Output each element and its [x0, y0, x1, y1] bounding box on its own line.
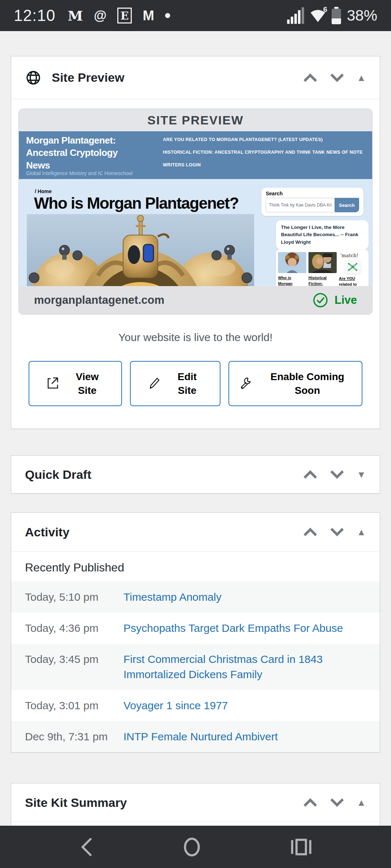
couple-photo-thumbnail	[308, 252, 337, 273]
activity-row: Today, 3:01 pm Voyager 1 since 1977	[11, 690, 380, 721]
activity-row: Today, 4:36 pm Psychopaths Target Dark E…	[11, 613, 380, 644]
quick-draft-card-header[interactable]: Quick Draft ▼	[11, 456, 380, 493]
site-kit-card-header[interactable]: Site Kit Summary ▲	[11, 783, 380, 822]
mini-site-title: Morgan Plantagenet: Ancestral Cryptology…	[26, 134, 118, 171]
live-status-badge: Live	[313, 293, 357, 308]
move-up-icon[interactable]	[303, 798, 318, 807]
pencil-icon	[147, 376, 161, 391]
clock: 12:10	[14, 7, 55, 25]
check-circle-icon	[313, 293, 328, 308]
site-preview-card: Site Preview ▲ SITE PREVIEW Morgan Plant…	[11, 56, 380, 429]
move-down-icon[interactable]	[330, 470, 344, 479]
mini-featured-post[interactable]: 'match! Are YOU related to Morgan	[339, 252, 366, 286]
move-down-icon[interactable]	[330, 527, 344, 537]
recently-published-heading: Recently Published	[11, 552, 380, 582]
site-domain: morganplantagenet.com	[34, 294, 164, 307]
site-preview-body: SITE PREVIEW Morgan Plantagenet: Ancestr…	[11, 99, 380, 429]
mini-search-input[interactable]	[266, 198, 335, 212]
live-status-label: Live	[335, 294, 357, 307]
card-title: Site Preview	[52, 71, 124, 85]
match-logo: 'match!	[339, 252, 366, 258]
mini-featured-post[interactable]: Historical Fiction: Ancestral	[308, 252, 337, 286]
mini-nav-link: ARE YOU RELATED TO MORGAN PLANTAGENET? (…	[163, 137, 323, 142]
mini-site-header: Morgan Plantagenet: Ancestral Cryptology…	[19, 131, 372, 179]
view-site-button[interactable]: View Site	[29, 361, 122, 406]
mini-featured-posts-card: Who is Morgan Plantagenet?	[276, 249, 369, 286]
battery-icon	[332, 7, 341, 24]
quick-draft-card: Quick Draft ▼	[11, 455, 380, 494]
mini-site-body: / Home Who is Morgan Plantagenet? Search…	[19, 179, 372, 286]
post-link[interactable]: INTP Female Nurtured Ambivert	[123, 729, 380, 744]
post-timestamp: Today, 3:45 pm	[25, 652, 123, 682]
collapse-toggle-icon[interactable]: ▲	[357, 527, 366, 537]
mini-site-nav: ARE YOU RELATED TO MORGAN PLANTAGENET? (…	[163, 137, 373, 167]
move-up-icon[interactable]	[303, 470, 318, 479]
post-timestamp: Today, 4:36 pm	[25, 621, 123, 636]
home-circle-icon	[182, 838, 201, 856]
back-chevron-icon	[80, 838, 93, 856]
notification-dot-icon	[165, 13, 170, 18]
post-link[interactable]: First Commercial Christmas Card in 1843 …	[123, 652, 380, 682]
dna-match-icon	[344, 260, 361, 274]
external-link-icon	[45, 376, 60, 391]
activity-row: Today, 5:10 pm Timestamp Anomaly	[11, 582, 380, 613]
card-title: Activity	[25, 525, 70, 539]
activity-card-header[interactable]: Activity ▲	[11, 513, 380, 552]
live-message: Your website is live to the world!	[18, 331, 373, 344]
mini-featured-post[interactable]: Who is Morgan Plantagenet?	[278, 252, 306, 286]
status-bar: 12:10 M @ E M 6 38%	[0, 0, 391, 31]
collapse-toggle-icon[interactable]: ▲	[357, 798, 366, 807]
recent-apps-button[interactable]	[291, 839, 311, 855]
mini-nav-link: WRITERS LOGIN	[163, 162, 201, 167]
android-navigation-bar	[0, 826, 391, 868]
home-button[interactable]	[182, 838, 201, 856]
mini-site-tagline: Global Intelligence Ministry and IC Home…	[26, 170, 133, 176]
post-link[interactable]: Psychopaths Target Dark Empaths For Abus…	[123, 621, 380, 636]
move-down-icon[interactable]	[330, 798, 344, 807]
breadcrumb: / Home	[35, 188, 52, 194]
mini-post-link[interactable]: Who is Morgan Plantagenet?	[278, 275, 306, 286]
hero-image-steampunk-machine	[27, 214, 254, 286]
enable-coming-soon-button[interactable]: Enable Coming Soon	[228, 361, 362, 406]
move-up-icon[interactable]	[303, 527, 318, 537]
post-timestamp: Today, 3:01 pm	[25, 698, 123, 713]
mini-post-link[interactable]: Historical Fiction: Ancestral	[308, 275, 337, 286]
mini-search-label: Search	[266, 191, 359, 196]
card-title: Site Kit Summary	[25, 796, 127, 810]
mini-post-link[interactable]: Are YOU related to Morgan	[339, 276, 366, 286]
cell-signal-icon	[287, 7, 304, 24]
mini-search-button[interactable]: Search	[335, 198, 359, 212]
card-title: Quick Draft	[25, 468, 91, 482]
move-down-icon[interactable]	[330, 73, 344, 82]
wifi-icon: 6	[310, 8, 326, 24]
site-preview-card-header[interactable]: Site Preview ▲	[11, 56, 380, 99]
expand-toggle-icon[interactable]: ▼	[357, 470, 366, 479]
post-timestamp: Dec 9th, 7:31 pm	[25, 729, 123, 744]
back-button[interactable]	[80, 838, 93, 856]
site-preview-panel-label: SITE PREVIEW	[19, 109, 372, 131]
battery-percent: 38%	[347, 7, 377, 24]
post-link[interactable]: Timestamp Anomaly	[123, 590, 380, 605]
edit-site-button[interactable]: Edit Site	[130, 361, 220, 406]
site-preview-frame[interactable]: SITE PREVIEW Morgan Plantagenet: Ancestr…	[18, 109, 373, 315]
phone-screen: 12:10 M @ E M 6 38%	[0, 0, 391, 868]
wrench-icon	[238, 376, 253, 391]
mini-search-widget: Search Search	[261, 188, 363, 216]
site-preview-footer: morganplantagenet.com Live	[19, 286, 372, 314]
gmail-notification-icon: M	[143, 8, 154, 24]
etsy-notification-icon: E	[117, 8, 132, 24]
mini-nav-link: HISTORICAL FICTION: ANCESTRAL CRYPTOGRAP…	[163, 150, 363, 155]
post-link[interactable]: Voyager 1 since 1977	[123, 698, 380, 713]
mini-site-heading: Who is Morgan Plantagenet?	[34, 194, 239, 212]
collapse-toggle-icon[interactable]: ▲	[357, 73, 366, 82]
activity-card: Activity ▲ Recently Published Today, 5:1…	[11, 512, 380, 753]
move-up-icon[interactable]	[303, 73, 318, 82]
threads-notification-icon: @	[94, 8, 106, 23]
activity-row: Today, 3:45 pm First Commercial Christma…	[11, 644, 380, 690]
post-timestamp: Today, 5:10 pm	[25, 590, 123, 605]
mini-quote-card: The Longer I Live, the More Beautiful Li…	[276, 220, 369, 250]
activity-row: Dec 9th, 7:31 pm INTP Female Nurtured Am…	[11, 721, 380, 752]
recent-apps-icon	[291, 839, 311, 855]
globe-icon	[25, 69, 42, 86]
medium-notification-icon: M	[68, 8, 83, 24]
